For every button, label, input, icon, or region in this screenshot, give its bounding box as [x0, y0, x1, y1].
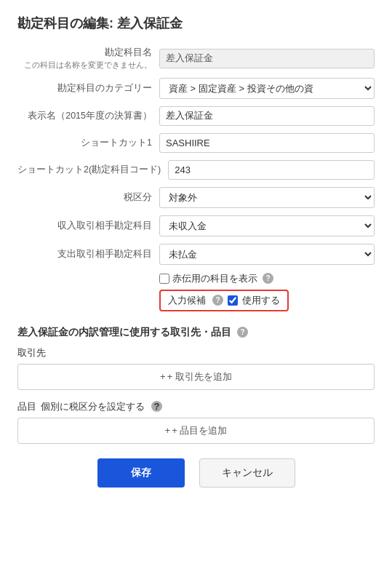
expense-partner-row: 支出取引相手勘定科目 未払金買掛金現金 — [17, 244, 375, 265]
display-name-input[interactable] — [159, 106, 375, 126]
income-partner-row: 収入取引相手勘定科目 未収入金売掛金現金 — [17, 215, 375, 236]
shortcut2-label: ショートカット2(勘定科目コード) — [17, 164, 168, 177]
tax-label: 税区分 — [17, 191, 159, 204]
shortcut2-row: ショートカット2(勘定科目コード) — [17, 160, 375, 180]
category-row: 勘定科目のカテゴリー 資産 > 固定資産 > 投資その他の資 — [17, 78, 375, 99]
detail-section-help-icon[interactable]: ? — [237, 327, 248, 338]
category-select[interactable]: 資産 > 固定資産 > 投資その他の資 — [159, 78, 375, 99]
add-item-button[interactable]: + + 品目を追加 — [17, 418, 375, 444]
item-help-icon[interactable]: ? — [151, 401, 162, 412]
item-sublabel: 個別に税区分を設定する — [41, 400, 145, 413]
red-account-label: 赤伝用の科目を表示 — [172, 272, 257, 285]
partner-label: 取引先 — [17, 346, 375, 359]
category-label: 勘定科目のカテゴリー — [17, 82, 159, 95]
add-item-plus-icon: + — [165, 425, 171, 436]
account-name-input — [159, 49, 375, 68]
red-account-row: 赤伝用の科目を表示 ? — [17, 272, 375, 285]
expense-partner-select[interactable]: 未払金買掛金現金 — [159, 244, 375, 265]
input-candidate-row: 入力候補 ? 使用する — [159, 290, 289, 311]
shortcut1-label: ショートカット1 — [17, 137, 159, 150]
item-label: 品目 — [17, 400, 36, 413]
display-name-label: 表示名（2015年度の決算書） — [17, 110, 159, 123]
shortcut1-row: ショートカット1 — [17, 133, 375, 153]
page-title: 勘定科目の編集: 差入保証金 — [17, 15, 375, 32]
add-partner-button[interactable]: + + 取引先を追加 — [17, 364, 375, 390]
detail-section-title: 差入保証金の内訳管理に使用する取引先・品目 ? — [17, 326, 375, 339]
use-label: 使用する — [242, 294, 280, 307]
input-candidate-help-icon[interactable]: ? — [212, 295, 223, 306]
account-name-label: 勘定科目名 この科目は名称を変更できません。 — [17, 47, 159, 71]
account-name-row: 勘定科目名 この科目は名称を変更できません。 — [17, 47, 375, 71]
action-buttons: 保存 キャンセル — [17, 458, 375, 488]
shortcut2-input[interactable] — [168, 160, 375, 180]
tax-select[interactable]: 対象外課税非課税不課税 — [159, 187, 375, 208]
input-candidate-label: 入力候補 — [168, 294, 206, 307]
display-name-row: 表示名（2015年度の決算書） — [17, 106, 375, 126]
expense-partner-label: 支出取引相手勘定科目 — [17, 248, 159, 261]
save-button[interactable]: 保存 — [97, 458, 185, 488]
income-partner-select[interactable]: 未収入金売掛金現金 — [159, 215, 375, 236]
red-account-checkbox-item: 赤伝用の科目を表示 ? — [159, 272, 273, 285]
red-account-checkbox[interactable] — [159, 274, 169, 284]
shortcut1-input[interactable] — [159, 133, 375, 153]
detail-section: 差入保証金の内訳管理に使用する取引先・品目 ? 取引先 + + 取引先を追加 品… — [17, 326, 375, 444]
red-account-help-icon[interactable]: ? — [263, 273, 273, 284]
tax-row: 税区分 対象外課税非課税不課税 — [17, 187, 375, 208]
add-partner-plus-icon: + — [160, 371, 166, 382]
item-label-row: 品目 個別に税区分を設定する ? — [17, 400, 375, 413]
cancel-button[interactable]: キャンセル — [199, 458, 295, 488]
use-checkbox[interactable] — [228, 295, 238, 306]
income-partner-label: 収入取引相手勘定科目 — [17, 220, 159, 233]
